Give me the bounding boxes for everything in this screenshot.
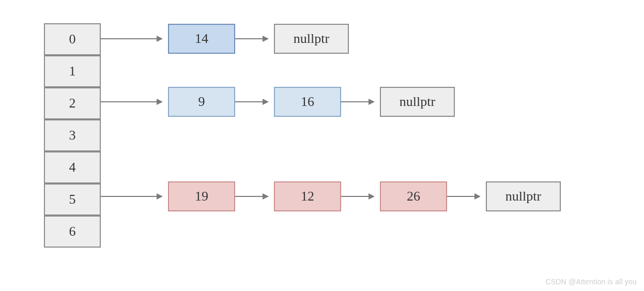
bucket-0: 0 [44, 23, 101, 55]
chain-node: 12 [274, 181, 341, 211]
arrow [447, 196, 480, 197]
chain-node: 26 [380, 181, 447, 211]
node-value: 9 [198, 95, 205, 109]
arrow [101, 38, 162, 39]
arrow [341, 196, 374, 197]
bucket-3: 3 [44, 119, 101, 151]
hashtable-chaining-diagram: { "buckets": ["0","1","2","3","4","5","6… [0, 0, 644, 291]
arrow [341, 101, 374, 102]
watermark: CSDN @Attention is all you [545, 278, 637, 286]
node-value: 14 [195, 32, 208, 45]
nullptr-node: nullptr [274, 24, 349, 54]
node-value: 16 [301, 95, 314, 109]
bucket-label: 2 [69, 97, 76, 110]
arrow [235, 196, 268, 197]
node-value: 26 [407, 190, 420, 203]
bucket-6: 6 [44, 216, 101, 248]
bucket-label: 1 [69, 65, 76, 78]
arrow [101, 101, 162, 102]
node-value: nullptr [505, 190, 541, 203]
arrow [235, 38, 268, 39]
nullptr-node: nullptr [486, 181, 561, 211]
bucket-label: 3 [69, 129, 76, 142]
arrow [101, 196, 162, 197]
chain-node: 19 [168, 181, 235, 211]
node-value: 19 [195, 190, 208, 203]
arrow [235, 101, 268, 102]
node-value: 12 [301, 190, 314, 203]
nullptr-node: nullptr [380, 87, 455, 117]
bucket-4: 4 [44, 151, 101, 183]
bucket-2: 2 [44, 87, 101, 119]
node-value: nullptr [294, 32, 329, 45]
bucket-label: 4 [69, 161, 76, 174]
chain-node: 16 [274, 87, 341, 117]
chain-node: 9 [168, 87, 235, 117]
chain-node: 14 [168, 24, 235, 54]
bucket-1: 1 [44, 55, 101, 87]
bucket-label: 5 [69, 193, 76, 206]
bucket-label: 6 [69, 225, 76, 238]
bucket-label: 0 [69, 33, 76, 46]
bucket-5: 5 [44, 183, 101, 216]
node-value: nullptr [400, 95, 435, 109]
